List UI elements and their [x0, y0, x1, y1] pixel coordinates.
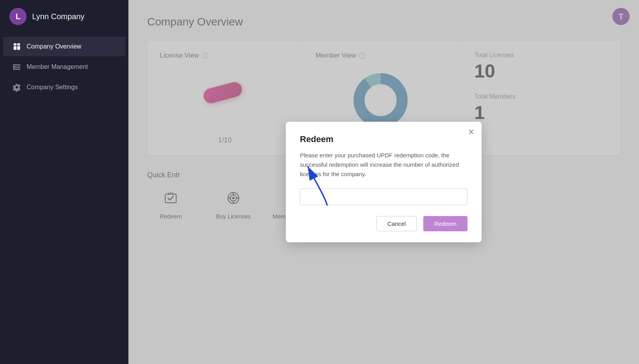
- svg-rect-1: [17, 43, 20, 46]
- sidebar-item-label-settings: Company Settings: [27, 84, 78, 91]
- grid-icon: [13, 42, 21, 51]
- settings-sidebar-icon: [13, 83, 21, 92]
- modal-backdrop: ✕ Redeem Please enter your purchased UPD…: [128, 0, 639, 364]
- sidebar-item-company-overview[interactable]: Company Overview: [3, 37, 125, 56]
- modal-close-button[interactable]: ✕: [468, 128, 475, 136]
- modal-title: Redeem: [300, 134, 468, 144]
- svg-rect-7: [13, 65, 14, 70]
- redeem-modal: ✕ Redeem Please enter your purchased UPD…: [286, 122, 482, 242]
- company-name: Lynn Company: [32, 12, 85, 21]
- sidebar-header: L Lynn Company: [0, 0, 128, 33]
- company-avatar: L: [9, 8, 27, 25]
- cancel-button[interactable]: Cancel: [376, 216, 417, 231]
- redemption-code-input[interactable]: [300, 188, 468, 205]
- svg-rect-2: [14, 46, 16, 50]
- users-icon: [13, 63, 21, 71]
- svg-rect-0: [14, 43, 16, 46]
- svg-rect-3: [17, 46, 20, 50]
- sidebar-nav: Company Overview Member Management Compa…: [0, 36, 128, 364]
- main-content-area: T Company Overview License View i 1/10: [128, 0, 639, 364]
- sidebar-item-member-management[interactable]: Member Management: [3, 57, 125, 77]
- sidebar: L Lynn Company Company Overview Member M…: [0, 0, 128, 364]
- modal-description: Please enter your purchased UPDF redempt…: [300, 151, 468, 179]
- sidebar-item-label-overview: Company Overview: [27, 43, 81, 50]
- sidebar-item-company-settings[interactable]: Company Settings: [3, 77, 125, 97]
- modal-buttons: Cancel Redeem: [300, 216, 468, 231]
- redeem-button[interactable]: Redeem: [423, 216, 468, 231]
- sidebar-item-label-member: Member Management: [27, 63, 88, 70]
